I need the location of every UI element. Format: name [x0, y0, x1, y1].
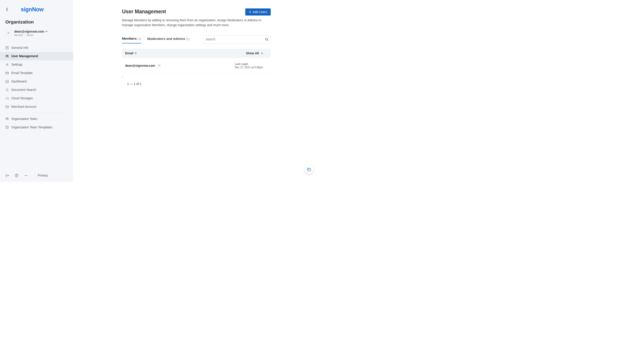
- tab-members[interactable]: Members (1): [122, 36, 141, 44]
- tab-label: Members: [122, 36, 137, 40]
- users-icon: [5, 54, 9, 58]
- pagination: 1 — 1 of 1: [122, 82, 271, 86]
- last-login-label: Last Login: [235, 62, 263, 66]
- svg-point-12: [6, 118, 7, 119]
- svg-rect-0: [6, 46, 9, 49]
- plus-icon: [249, 11, 251, 13]
- svg-rect-2: [7, 47, 8, 48]
- sidebar-item-label: Merchant Account: [11, 105, 36, 108]
- svg-rect-11: [6, 106, 9, 108]
- account-role-member: Member: [14, 34, 23, 36]
- svg-text:T: T: [7, 127, 8, 128]
- user-icon: [158, 64, 161, 67]
- svg-point-7: [7, 64, 8, 65]
- account-email: dean@signnow.com: [14, 30, 44, 33]
- svg-point-17: [17, 176, 17, 177]
- template-icon: T: [5, 126, 9, 129]
- back-button[interactable]: [5, 8, 9, 11]
- show-all-label: Show All: [246, 52, 259, 55]
- sidebar-item-label: Dashboard: [11, 80, 27, 83]
- sidebar-item-cloud-storages[interactable]: Cloud Storages: [0, 94, 73, 103]
- sidebar-item-label: Organization Team: [11, 117, 37, 120]
- tab-label: Moderators and Admins: [147, 37, 185, 40]
- svg-point-10: [6, 89, 8, 91]
- svg-point-5: [6, 55, 7, 56]
- help-button[interactable]: [15, 174, 19, 177]
- tab-count: (1): [186, 37, 190, 40]
- avatar: D: [5, 30, 12, 36]
- column-header-email: Email: [125, 52, 133, 55]
- search-input[interactable]: [203, 36, 271, 43]
- add-users-button[interactable]: Add Users: [245, 8, 271, 16]
- sidebar-item-merchant-account[interactable]: Merchant Account: [0, 103, 73, 111]
- page-title: User Management: [122, 8, 166, 14]
- logout-button[interactable]: [5, 174, 9, 177]
- sidebar-footer: Privacy: [0, 169, 73, 182]
- account-switcher[interactable]: D dean@signnow.com Member | Admin: [5, 30, 68, 36]
- building-icon: [5, 46, 9, 50]
- sidebar-item-label: Settings: [11, 63, 23, 66]
- svg-point-20: [27, 175, 27, 176]
- svg-point-13: [7, 118, 8, 119]
- sidebar-item-user-management[interactable]: User Management: [0, 52, 73, 60]
- cloud-icon: [5, 97, 9, 100]
- svg-point-22: [159, 64, 160, 66]
- gear-icon: [5, 63, 9, 66]
- svg-point-19: [26, 175, 26, 176]
- privacy-link[interactable]: Privacy: [38, 174, 48, 177]
- sidebar-item-label: Cloud Storages: [11, 97, 33, 100]
- envelope-icon: [5, 72, 9, 75]
- sidebar-heading: Organization: [5, 19, 68, 24]
- search-icon: [5, 88, 9, 92]
- chevron-down-icon: [261, 52, 263, 54]
- tab-moderators[interactable]: Moderators and Admins (1): [147, 37, 190, 43]
- sidebar-item-label: Document Search: [11, 88, 36, 92]
- sidebar-item-document-search[interactable]: Document Search: [0, 86, 73, 94]
- sidebar-item-email-template[interactable]: Email Template: [0, 69, 73, 77]
- svg-rect-1: [7, 47, 7, 48]
- sidebar-item-settings[interactable]: Settings: [0, 60, 73, 69]
- sidebar-item-label: Email Template: [11, 72, 32, 75]
- divider: [5, 42, 68, 42]
- sidebar-item-organization-team-templates[interactable]: T Organization Team Templates: [0, 123, 73, 132]
- chat-icon: [307, 168, 311, 172]
- chevron-down-icon: [45, 31, 48, 32]
- sidebar-item-dashboard[interactable]: Dashboard: [0, 77, 73, 86]
- tab-count: (1): [138, 37, 141, 40]
- show-all-dropdown[interactable]: Show All: [246, 52, 267, 55]
- page-description: Manage Members by adding or removing the…: [122, 18, 268, 28]
- tabs-row: Members (1) Moderators and Admins (1): [122, 36, 271, 45]
- svg-rect-3: [7, 48, 7, 48]
- card-icon: [5, 105, 9, 108]
- main-content: User Management Add Users Manage Members…: [73, 0, 320, 182]
- brand-logo: signNow: [21, 6, 44, 13]
- divider: [5, 113, 68, 113]
- table-row[interactable]: dean@signnow.com Last Login Dec 17, 2021…: [122, 58, 271, 74]
- sort-email-button[interactable]: Email: [125, 52, 137, 55]
- users-icon: [5, 117, 9, 120]
- svg-rect-24: [308, 169, 311, 171]
- add-users-label: Add Users: [253, 10, 267, 14]
- arrow-up-icon: [135, 52, 137, 54]
- svg-point-6: [7, 55, 8, 56]
- chat-fab[interactable]: [305, 165, 313, 174]
- last-login-value: Dec 17, 2021 at 5:56pm: [235, 66, 263, 69]
- chevron-left-icon: [6, 8, 8, 11]
- stray-comma: ,: [122, 74, 271, 78]
- chart-icon: [5, 80, 9, 83]
- sidebar-item-general-info[interactable]: General Info: [0, 44, 73, 52]
- sidebar: signNow Organization D dean@signnow.com …: [0, 0, 73, 182]
- svg-point-18: [25, 175, 25, 176]
- row-email: dean@signnow.com: [125, 64, 155, 68]
- account-role-admin: Admin: [27, 34, 33, 36]
- more-button[interactable]: [24, 174, 28, 177]
- sidebar-item-label: Organization Team Templates: [11, 126, 52, 129]
- svg-rect-4: [7, 48, 8, 48]
- sidebar-item-label: User Management: [11, 54, 38, 58]
- sidebar-item-label: General Info: [11, 46, 29, 50]
- table-header: Email Show All: [122, 48, 271, 58]
- role-divider: |: [25, 34, 25, 36]
- nav-list: General Info User Management Settings Em…: [0, 44, 73, 111]
- nav-list-2: Organization Team T Organization Team Te…: [0, 114, 73, 132]
- sidebar-item-organization-team[interactable]: Organization Team: [0, 114, 73, 123]
